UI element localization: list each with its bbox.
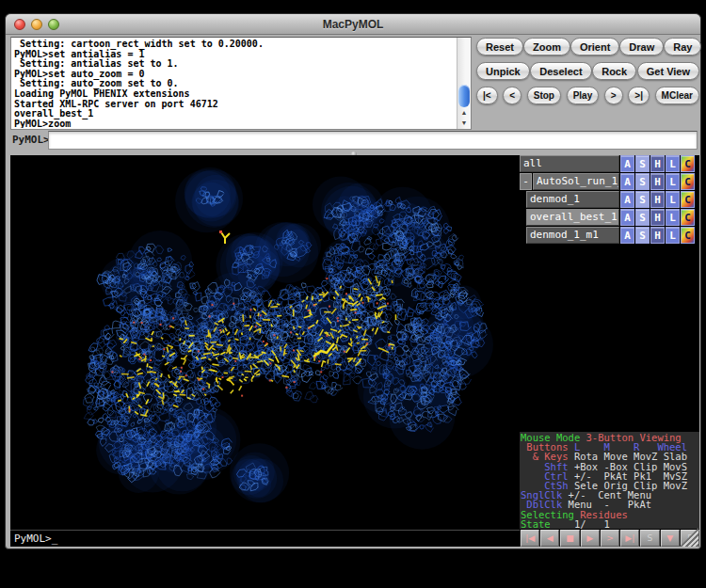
toolbar-button-draw[interactable]: Draw [619,38,664,56]
console-line: Loading PyMOL PHENIX extensions [14,89,455,100]
scroll-up-icon[interactable]: ▲ [457,107,471,118]
app-window: MacPyMOL Setting: cartoon_rect_width set… [5,13,701,549]
toolbar-row-2: UnpickDeselectRockGet View [476,62,699,80]
toolbar-button-deselect[interactable]: Deselect [530,62,591,80]
indent-spacer [520,191,526,208]
action-l-button[interactable]: L [666,209,680,226]
command-prompt-label: PyMOL> [12,134,50,146]
toolbar-button-nav[interactable]: < [503,87,521,104]
mouse-panel-text: State [521,518,556,530]
mouse-panel-text: 1/ 1 [556,518,610,530]
vcr-s-button[interactable]: S [640,530,659,547]
indent-spacer [520,209,526,226]
object-name-all[interactable]: all [520,155,619,172]
toolbar-button-mclear[interactable]: MClear [655,87,699,104]
object-name-overall_best_1[interactable]: overall_best_1 [526,209,619,226]
control-button-panel: ResetZoomOrientDrawRay UnpickDeselectRoc… [476,38,699,106]
action-h-button[interactable]: H [650,191,665,208]
action-l-button[interactable]: L [666,155,680,172]
toolbar-button-nav[interactable]: >| [628,87,650,104]
object-row: denmod_1ASHLC [520,191,695,208]
toolbar-button-orient[interactable]: Orient [570,38,619,56]
action-c-button[interactable]: C [681,227,695,244]
mouse-panel-line: State 1/ 1 [521,519,699,529]
group-collapse-toggle[interactable]: - [520,173,532,190]
object-row: -AutoSol_run_1_ASHLC [520,173,695,190]
console-scrollbar[interactable]: ▲ ▼ [457,38,471,129]
console-line: Setting: cartoon_rect_width set to 0.200… [14,40,455,50]
action-a-button[interactable]: A [620,227,634,244]
console-log: Setting: cartoon_rect_width set to 0.200… [10,37,472,130]
vcr-back-button[interactable]: ◀ [540,530,559,547]
object-row: overall_best_1ASHLC [520,209,695,226]
vcr-forward-button[interactable]: > [601,530,619,547]
scrollbar-thumb[interactable] [458,85,470,107]
indent-spacer [520,227,526,244]
mouse-mode-panel[interactable]: Mouse Mode 3-Button Viewing Buttons L M … [520,432,699,529]
action-h-button[interactable]: H [650,155,665,172]
action-a-button[interactable]: A [620,191,634,208]
viewport-canvas[interactable] [10,157,520,528]
title-bar[interactable]: MacPyMOL [6,14,700,35]
object-row: denmod_1_m1ASHLC [520,227,695,244]
toolbar-button-play[interactable]: Play [567,87,600,104]
action-a-button[interactable]: A [620,155,634,172]
action-c-button[interactable]: C [681,191,695,208]
window-title: MacPyMOL [6,18,700,31]
action-s-button[interactable]: S [635,191,650,208]
viewport-prompt: PyMOL>_ [10,530,524,546]
console-output: Setting: cartoon_rect_width set to 0.200… [14,40,455,128]
command-input[interactable] [48,131,698,150]
action-a-button[interactable]: A [620,209,634,226]
vcr-scene-down-button[interactable]: ▼ [661,530,680,547]
toolbar-row-1: ResetZoomOrientDrawRay [476,38,699,56]
action-s-button[interactable]: S [635,155,650,172]
toolbar-button-nav[interactable]: > [604,87,623,104]
console-line: PyMOL>zoom [14,119,455,128]
vcr-play-button[interactable]: ▶ [581,530,600,547]
object-name-denmod_1_m1[interactable]: denmod_1_m1 [526,227,619,244]
vcr-rewind-button[interactable]: |◀ [521,530,539,547]
action-c-button[interactable]: C [681,173,695,190]
toolbar-row-3: |<<StopPlay>>|MClear [476,87,699,104]
action-l-button[interactable]: L [666,191,680,208]
object-sidebar: allASHLC-AutoSol_run_1_ASHLCdenmod_1ASHL… [520,155,699,547]
action-s-button[interactable]: S [635,173,650,190]
action-h-button[interactable]: H [650,227,665,244]
object-row: allASHLC [520,155,695,172]
action-l-button[interactable]: L [666,227,680,244]
object-list: allASHLC-AutoSol_run_1_ASHLCdenmod_1ASHL… [520,155,699,245]
action-h-button[interactable]: H [650,173,665,190]
action-h-button[interactable]: H [650,209,665,226]
vcr-controls: |◀◀■▶>▶|S▼F [520,530,699,547]
toolbar-button-reset[interactable]: Reset [476,38,523,56]
toolbar-button-rock[interactable]: Rock [592,62,636,80]
action-l-button[interactable]: L [666,173,680,190]
toolbar-button-getview[interactable]: Get View [637,62,699,80]
toolbar-button-unpick[interactable]: Unpick [476,62,530,80]
object-name-AutoSol_run_1_[interactable]: AutoSol_run_1_ [533,173,619,190]
toolbar-button-zoom[interactable]: Zoom [523,38,570,56]
vcr-end-button[interactable]: ▶| [620,530,639,547]
action-c-button[interactable]: C [681,209,695,226]
scroll-down-icon[interactable]: ▼ [457,118,471,128]
action-s-button[interactable]: S [635,227,650,244]
toolbar-button-ray[interactable]: Ray [664,38,701,56]
toolbar-button-stop[interactable]: Stop [527,87,561,104]
vcr-stop-button[interactable]: ■ [560,530,579,547]
action-a-button[interactable]: A [620,173,634,190]
viewport-area: PyMOL>_ allASHLC-AutoSol_run_1_ASHLCdenm… [10,155,699,547]
object-name-denmod_1[interactable]: denmod_1 [526,191,619,208]
action-c-button[interactable]: C [681,155,695,172]
action-s-button[interactable]: S [635,209,650,226]
console-line: overall_best_1 [14,109,455,119]
toolbar-button-nav[interactable]: |< [476,87,498,104]
